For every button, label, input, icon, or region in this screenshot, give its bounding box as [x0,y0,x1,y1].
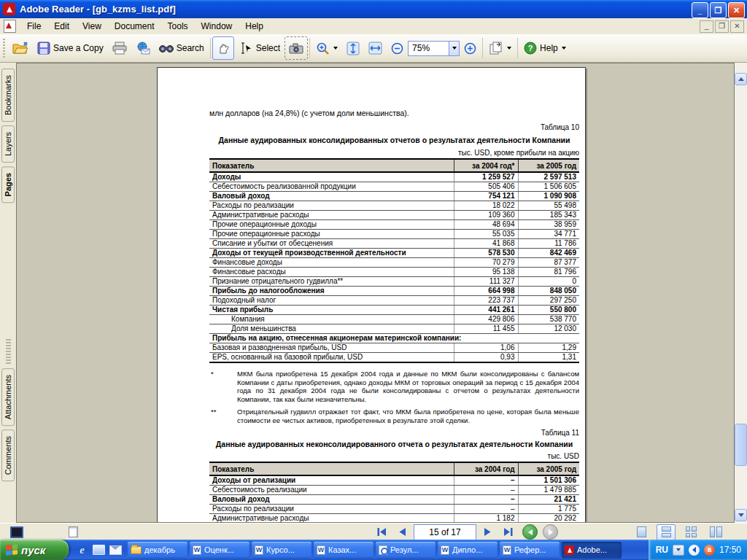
zoom-tool-dropdown-arrow[interactable] [333,47,338,50]
value-2004: 109 360 [454,211,518,220]
taskbar-button[interactable]: WКазах... [314,542,374,559]
row-label: Расходы по реализации [209,505,454,514]
next-page-button[interactable] [479,525,497,540]
fit-page-button[interactable] [342,36,364,60]
footnote: **Отрицательный гудвилл отражает тот фак… [209,408,579,424]
table-row: Прочие операционные расходы55 03534 771 [209,230,579,239]
doc-minimize-button[interactable]: _ [700,20,713,33]
print-button[interactable] [108,36,131,60]
scroll-up-button[interactable] [735,73,747,85]
page-mode-button[interactable] [65,526,81,539]
table-row: Чистая прибыль441 261550 800 [209,306,579,315]
taskbar-button[interactable]: декабрь [128,542,187,559]
email-button[interactable] [131,36,155,60]
save-a-copy-button[interactable]: Save a Copy [33,36,108,60]
select-tool-button[interactable]: Select [234,36,285,60]
table-header-row: Показатель за 2004 год* за 2005 год [209,159,579,172]
menu-view[interactable]: View [76,20,108,33]
taskbar-button[interactable]: Adobe... [562,542,622,559]
taskbar-button[interactable]: Резул... [376,542,436,559]
table-row: Доходы от текущей производственной деяте… [209,249,579,258]
menu-help[interactable]: Help [239,20,270,33]
scrollbar-thumb[interactable] [735,424,747,466]
current-view-dropdown-arrow[interactable] [507,47,511,50]
table-row: Административные расходы1 18220 292 [209,514,579,524]
doc-restore-button[interactable]: ❐ [715,20,729,33]
menu-document[interactable]: Document [108,20,161,33]
splitter-grip[interactable] [6,339,11,364]
column-header: за 2004 год* [454,159,518,172]
tray-app-icon[interactable]: a [704,545,715,556]
zoom-tool-button[interactable] [311,36,342,60]
taskbar-button[interactable]: WДипло... [438,542,498,559]
first-page-button[interactable] [373,525,391,540]
document-pane[interactable]: млн долларов (на 24,8%) (с учетом доли м… [16,63,735,523]
hide-icons-button[interactable] [689,545,700,556]
continuous-facing-button[interactable] [681,524,700,540]
previous-view-button[interactable] [522,524,538,540]
zoom-in-button[interactable] [460,36,481,60]
word-icon: W [441,545,449,555]
open-button[interactable] [8,36,33,60]
taskbar-button[interactable]: WОценк... [190,542,249,559]
taskbar-button[interactable]: WКурсо... [252,542,311,559]
value-2004: 55 035 [454,230,518,239]
help-button[interactable]: ? Help [519,36,570,60]
single-page-button[interactable] [632,524,651,540]
sidebar-tab-attachments[interactable]: Attachments [1,368,15,426]
help-dropdown-arrow[interactable] [562,47,566,50]
search-label: Search [177,43,204,53]
value-2005: 34 771 [518,230,579,239]
zoom-out-button[interactable] [387,36,408,60]
menu-window[interactable]: Window [195,20,239,33]
row-label: Подоходный налог [209,296,454,306]
language-indicator[interactable]: RU [656,545,668,555]
taskbar: пуск e декабрьWОценк...WКурсо...WКазах..… [0,540,747,560]
sidebar-tab-comments[interactable]: Comments [1,429,15,481]
outlook-express-icon[interactable] [109,544,122,556]
facing-button[interactable] [706,524,725,540]
table11-caption: Таблица 11 [209,429,579,437]
start-label: пуск [21,544,45,556]
fit-width-button[interactable] [364,36,387,60]
page-size-button[interactable] [9,526,25,539]
scroll-down-button[interactable] [735,509,747,521]
sidebar-tab-pages[interactable]: Pages [1,166,15,203]
value-2005: 550 800 [518,306,579,315]
value-2004: – [454,505,518,514]
sidebar-tab-layers[interactable]: Layers [1,125,15,163]
zoom-level-input[interactable]: 75% [408,41,449,56]
last-page-button[interactable] [499,525,517,540]
zoom-level-dropdown[interactable] [449,41,460,56]
taskbar-button[interactable]: WРефер... [500,542,560,559]
internet-explorer-icon[interactable]: e [76,544,88,556]
copy-pages-icon [489,42,503,55]
doc-close-button[interactable]: ✕ [730,20,744,33]
language-bar-icon[interactable] [673,545,684,556]
help-label: Help [540,43,558,53]
restore-button[interactable]: ❐ [710,2,727,18]
continuous-button[interactable] [657,524,676,540]
snapshot-tool-button[interactable] [285,36,308,60]
vertical-scrollbar[interactable] [735,63,747,523]
start-button[interactable]: пуск [0,540,69,560]
menu-tools[interactable]: Tools [161,20,195,33]
search-button[interactable]: Search [155,36,209,60]
current-view-button[interactable] [484,36,516,60]
previous-page-button[interactable] [393,525,411,540]
menu-edit[interactable]: Edit [47,20,76,33]
table-row: Компания429 806538 770 [209,315,579,324]
close-button[interactable]: ✕ [728,2,745,18]
windows-logo-icon [6,544,18,556]
hand-tool-button[interactable] [212,36,234,60]
page-number-box[interactable]: 15 of 17 [414,524,476,540]
page-navigation: 15 of 17 [373,524,558,540]
minimize-button[interactable]: _ [692,2,708,18]
show-desktop-icon[interactable] [93,544,105,556]
status-bar: 15 of 17 [0,523,747,540]
menu-file[interactable]: File [20,20,47,33]
next-view-button[interactable] [543,524,558,540]
back-arrow-icon [528,529,533,535]
value-2004: 11 455 [454,324,518,334]
sidebar-tab-bookmarks[interactable]: Bookmarks [1,69,15,122]
